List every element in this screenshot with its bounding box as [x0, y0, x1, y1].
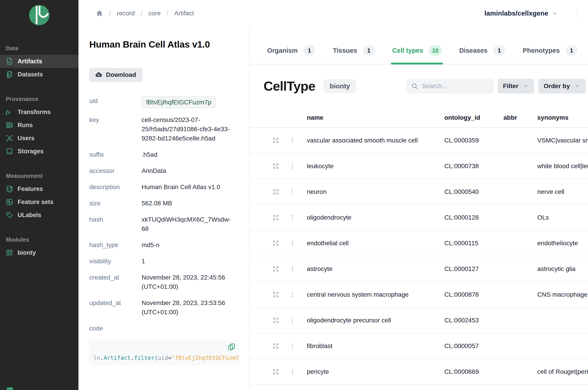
- expand-icon[interactable]: [269, 343, 282, 349]
- tab-count-badge: 1: [566, 45, 577, 56]
- instance-selector[interactable]: laminlabs/cellxgene: [485, 9, 558, 17]
- features-icon: [5, 185, 13, 193]
- sidebar-section: Data Artifacts Datasets: [0, 45, 78, 81]
- field-row-key: key cell-census/2023-07-25/h5ads/27d9108…: [89, 115, 249, 143]
- kebab-menu-icon[interactable]: [282, 292, 303, 298]
- breadcrumb-core[interactable]: core: [148, 10, 160, 17]
- order-by-button[interactable]: Order by: [538, 79, 586, 94]
- code-token: ln: [93, 355, 100, 361]
- expand-icon[interactable]: [269, 317, 282, 324]
- field-row-visibility: visibility 1: [89, 256, 249, 266]
- expand-icon[interactable]: [269, 368, 282, 375]
- field-value: 1: [142, 256, 237, 266]
- field-value: md5-n: [142, 240, 237, 249]
- breadcrumb-artifact[interactable]: Artifact: [174, 10, 194, 17]
- filter-button[interactable]: Filter: [498, 79, 534, 94]
- tab-organism[interactable]: Organism 1: [267, 37, 315, 64]
- table-row: pericyte CL:0000669 cell of Rouget|peric…: [249, 359, 588, 385]
- field-value: 562.08 MB: [142, 199, 237, 208]
- cloud-download-icon: [95, 71, 102, 79]
- lamin-logo-icon[interactable]: [29, 5, 49, 25]
- transforms-icon: fx: [5, 108, 13, 116]
- download-label: Download: [106, 71, 136, 78]
- sidebar-item-bionty[interactable]: bionty: [0, 246, 78, 259]
- expand-icon[interactable]: [269, 137, 282, 144]
- field-label: size: [89, 199, 142, 208]
- kebab-menu-icon[interactable]: [282, 317, 303, 324]
- expand-icon[interactable]: [269, 266, 282, 272]
- search-input[interactable]: [421, 82, 489, 90]
- breadcrumb-separator: /: [109, 8, 111, 18]
- sidebar-item-feature-sets[interactable]: Feature sets: [0, 195, 78, 208]
- feature-sets-icon: [5, 198, 13, 206]
- sidebar-item-datasets[interactable]: Datasets: [0, 68, 78, 81]
- expand-icon[interactable]: [269, 291, 282, 298]
- field-value: .h5ad: [142, 150, 237, 159]
- kebab-menu-icon[interactable]: [282, 343, 303, 349]
- tab-phenotypes[interactable]: Phenotypes 1: [523, 37, 577, 64]
- table-row: astrocyte CL:0000127 astrocytic glia: [249, 256, 588, 282]
- kebab-menu-icon[interactable]: [282, 266, 303, 272]
- sidebar-item-artifacts[interactable]: Artifacts: [0, 55, 78, 68]
- tab-count-badge: 1: [363, 45, 375, 56]
- kebab-menu-icon[interactable]: [282, 189, 303, 195]
- field-row-suffix: suffix .h5ad: [89, 150, 249, 159]
- kebab-menu-icon[interactable]: [282, 163, 303, 169]
- ulabels-icon: [5, 211, 13, 219]
- code-token: .: [131, 355, 134, 361]
- artifact-icon: [5, 57, 13, 65]
- table-row: endothelial cell CL:0000115 endotheliocy…: [249, 231, 588, 256]
- expand-icon[interactable]: [269, 163, 282, 170]
- cell-ontology-id: CL:0002453: [440, 317, 499, 324]
- sidebar-item-ulabels[interactable]: ULabels: [0, 208, 78, 222]
- code-token: "fBtvEjIhqfEtGCFuzm7p": [171, 355, 239, 361]
- tab-cell-types[interactable]: Cell types 10: [392, 37, 442, 64]
- download-button[interactable]: Download: [89, 68, 143, 82]
- sidebar-item-runs[interactable]: Runs: [0, 119, 78, 132]
- table-row: oligodendrocyte CL:0000128 OLs: [249, 205, 588, 231]
- topbar: / record / core / Artifact laminlabs/cel…: [78, 0, 588, 27]
- sidebar-item-storages[interactable]: Storages: [0, 145, 78, 158]
- table-row: vascular associated smooth muscle cell C…: [249, 128, 588, 153]
- breadcrumb-record[interactable]: record: [117, 10, 135, 17]
- cell-synonyms: cell of Rouget|pericyte cell: [533, 368, 588, 375]
- kebab-menu-icon[interactable]: [282, 137, 303, 144]
- sidebar-item-transforms[interactable]: fx Transforms: [0, 105, 78, 119]
- kebab-menu-icon[interactable]: [282, 369, 303, 375]
- datasets-icon: [5, 70, 13, 78]
- expand-icon[interactable]: [269, 189, 282, 195]
- kebab-menu-icon[interactable]: [282, 240, 303, 246]
- cell-name: pericyte: [303, 368, 440, 375]
- code-snippet[interactable]: ln.Artifact.filter(uid="fBtvEjIhqfEtGCFu…: [93, 355, 239, 361]
- table-row: fibroblast CL:0000057: [249, 334, 588, 359]
- sidebar-item-features[interactable]: Features: [0, 182, 78, 195]
- cell-synonyms: astrocytic glia: [533, 265, 588, 273]
- uid-pill[interactable]: fBtvEjIhqfEtGCFuzm7p: [142, 96, 216, 108]
- cell-synonyms: white blood cell|leucocyte: [533, 162, 588, 170]
- code-token: uid: [158, 355, 168, 361]
- sidebar-item-users[interactable]: Users: [0, 132, 78, 145]
- tab-count-badge: 1: [303, 45, 315, 56]
- sidebar-section: Modules bionty: [0, 237, 78, 259]
- copy-icon[interactable]: [227, 343, 236, 351]
- cell-name: endothelial cell: [303, 240, 440, 247]
- field-value: November 28, 2023, 23:53:56 (UTC+01:00): [142, 298, 237, 317]
- field-row-code: code: [89, 324, 249, 333]
- field-value: November 28, 2023, 22:45:56 (UTC+01:00): [142, 273, 237, 291]
- bionty-icon: [5, 249, 13, 257]
- sidebar-bottom-logo: [7, 387, 13, 390]
- search-box[interactable]: [406, 79, 493, 94]
- breadcrumb-separator: /: [167, 8, 168, 18]
- kebab-menu-icon[interactable]: [282, 214, 303, 221]
- cell-ontology-id: CL:0000127: [440, 265, 499, 273]
- field-value: xkTUQdiWH3qcMX6C_7Wsdw-68: [142, 215, 237, 233]
- field-row-size: size 562.08 MB: [89, 199, 249, 208]
- cell-name: oligodendrocyte: [303, 214, 440, 221]
- expand-icon[interactable]: [269, 240, 282, 247]
- tab-diseases[interactable]: Diseases 1: [459, 37, 505, 64]
- tab-tissues[interactable]: Tissues 1: [333, 37, 375, 64]
- field-row-hash: hash xkTUQdiWH3qcMX6C_7Wsdw-68: [89, 215, 249, 233]
- expand-icon[interactable]: [269, 214, 282, 221]
- chevron-down-icon: [551, 10, 558, 17]
- home-icon[interactable]: [96, 9, 103, 17]
